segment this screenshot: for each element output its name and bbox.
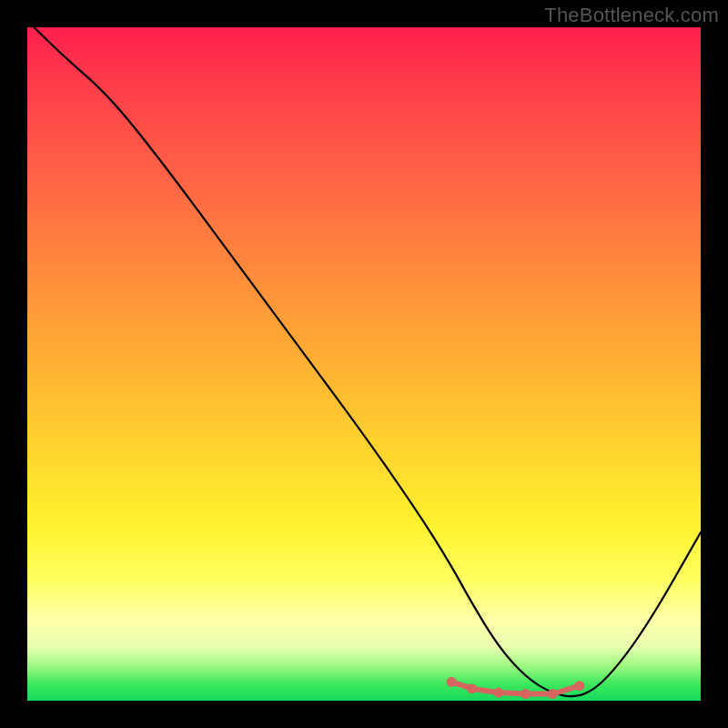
optimal-range-dot bbox=[447, 677, 457, 687]
chart-container: TheBottleneck.com bbox=[0, 0, 728, 728]
curve-svg bbox=[27, 27, 701, 701]
plot-area bbox=[27, 27, 701, 701]
bottleneck-curve bbox=[34, 27, 701, 696]
watermark-text: TheBottleneck.com bbox=[544, 4, 719, 27]
optimal-range-dot bbox=[494, 688, 504, 698]
optimal-range-dot bbox=[574, 681, 584, 691]
optimal-range-dot bbox=[467, 683, 477, 693]
optimal-range-dot bbox=[548, 689, 558, 699]
optimal-range-dot bbox=[521, 689, 531, 699]
